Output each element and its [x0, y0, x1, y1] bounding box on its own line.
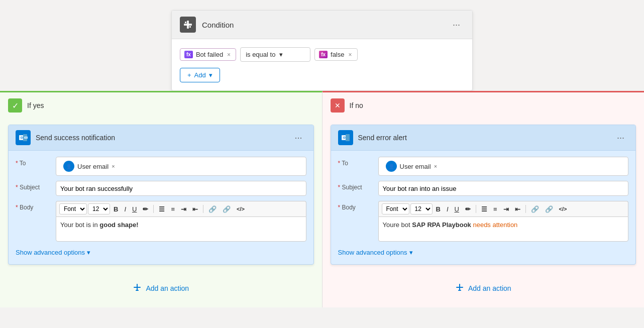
link-button-no[interactable]: 🔗 [528, 204, 542, 214]
send-error-more-button[interactable]: ··· [613, 131, 628, 145]
false-value-chip: fx false × [314, 48, 357, 61]
body-text-plain-yes: Your bot is in [60, 221, 99, 229]
add-action-button-yes[interactable]: Add an action [125, 279, 197, 297]
send-success-more-button[interactable]: ··· [290, 131, 306, 145]
bold-button-yes[interactable]: B [111, 204, 121, 214]
svg-rect-16 [458, 290, 461, 291]
toolbar-yes: Font 12 B I U ✏ ☰ ≡ ⇥ [56, 201, 306, 216]
code-button-yes[interactable]: </> [234, 205, 247, 213]
font-select-yes[interactable]: Font [59, 203, 87, 214]
add-action-icon-no [455, 283, 464, 293]
bold-button-no[interactable]: B [434, 204, 443, 214]
indent-button-no[interactable]: ⇥ [501, 204, 511, 214]
add-action-row-yes: Add an action [0, 271, 322, 307]
to-label-yes: * To [16, 157, 56, 167]
false-label: false [331, 51, 344, 58]
number-button-yes[interactable]: ≡ [168, 204, 177, 214]
condition-card: Condition ··· fx Bot failed × is equal t… [171, 10, 473, 91]
operator-dropdown[interactable]: is equal to ▾ [240, 47, 310, 62]
user-chip-no: 👤 User email × [383, 160, 441, 173]
body-text-bold-yes: good shape! [99, 221, 138, 229]
font-select-no[interactable]: Font [382, 203, 409, 214]
show-advanced-button-yes[interactable]: Show advanced options ▾ [16, 247, 90, 258]
svg-rect-2 [185, 22, 186, 23]
unlink-button-yes[interactable]: 🔗 [220, 204, 233, 214]
send-success-body: * To 👤 User email × [9, 151, 313, 264]
outlook-icon-no: O [338, 130, 353, 145]
bullet-button-no[interactable]: ☰ [479, 204, 490, 214]
to-label-no: * To [338, 157, 378, 167]
highlight-button-yes[interactable]: ✏ [140, 204, 151, 214]
user-chip-yes: 👤 User email × [60, 160, 118, 173]
unlink-button-no[interactable]: 🔗 [543, 204, 556, 214]
user-chip-close-no[interactable]: × [434, 163, 437, 169]
branch-no-header: ✕ If no [323, 92, 645, 119]
svg-rect-10 [136, 290, 139, 291]
outlook-icon-yes: O 📧 [16, 130, 31, 145]
divider2-yes [203, 205, 203, 213]
outdent-button-no[interactable]: ⇤ [512, 204, 523, 214]
user-chip-close-yes[interactable]: × [112, 163, 115, 169]
underline-button-no[interactable]: U [452, 204, 462, 214]
to-input-yes[interactable]: 👤 User email × [56, 157, 306, 176]
condition-title: Condition [202, 21, 449, 29]
body-field-row-no: * Body Font 12 B I U [338, 201, 629, 242]
italic-button-yes[interactable]: I [122, 204, 129, 214]
plus-icon: + [187, 71, 191, 79]
svg-rect-9 [134, 287, 141, 288]
condition-header: Condition ··· [172, 11, 472, 39]
divider1-no [476, 205, 476, 213]
send-error-body: * To 👤 User email × [331, 151, 636, 264]
body-label-no: * Body [338, 201, 378, 211]
branch-yes-header: ✓ If yes [0, 92, 322, 119]
toolbar-no: Font 12 B I U ✏ ☰ ≡ ⇥ [378, 201, 629, 216]
italic-button-no[interactable]: I [444, 204, 451, 214]
false-close-button[interactable]: × [348, 51, 353, 58]
svg-rect-12 [346, 134, 350, 141]
divider2-no [525, 205, 526, 213]
font-size-select-no[interactable]: 12 [410, 203, 433, 214]
link-button-yes[interactable]: 🔗 [206, 204, 219, 214]
add-action-label-no: Add an action [468, 284, 511, 292]
chevron-down-advanced-no: ▾ [409, 249, 413, 256]
body-text-bold-no: SAP RPA Playbook [412, 221, 471, 229]
show-advanced-button-no[interactable]: Show advanced options ▾ [338, 247, 413, 258]
subject-label-no: * Subject [338, 181, 378, 191]
subject-input-yes[interactable] [56, 181, 306, 196]
add-action-label-yes: Add an action [146, 284, 189, 292]
user-avatar-no: 👤 [386, 161, 397, 172]
svg-text:O: O [343, 136, 346, 139]
subject-label-yes: * Subject [16, 181, 56, 191]
yes-badge: ✓ [8, 98, 22, 113]
body-text-colored-no: needs attention [473, 221, 517, 229]
show-advanced-label-yes: Show advanced options [16, 249, 85, 256]
condition-row: fx Bot failed × is equal to ▾ fx false × [180, 47, 464, 62]
indent-button-yes[interactable]: ⇥ [178, 204, 189, 214]
outdent-button-yes[interactable]: ⇤ [190, 204, 200, 214]
underline-button-yes[interactable]: U [130, 204, 139, 214]
condition-body: fx Bot failed × is equal to ▾ fx false ×… [172, 39, 472, 90]
subject-input-no[interactable] [378, 181, 629, 196]
number-button-no[interactable]: ≡ [491, 204, 500, 214]
bot-failed-close-button[interactable]: × [226, 51, 232, 58]
send-success-card: O 📧 Send success notification ··· * To [8, 125, 314, 265]
svg-text:📧: 📧 [24, 136, 28, 140]
add-action-button-no[interactable]: Add an action [447, 279, 519, 297]
highlight-button-no[interactable]: ✏ [463, 204, 473, 214]
font-size-select-yes[interactable]: 12 [88, 203, 110, 214]
svg-rect-1 [187, 21, 189, 29]
svg-text:O: O [21, 136, 23, 139]
add-chevron-icon: ▾ [209, 71, 212, 79]
code-button-no[interactable]: </> [557, 205, 570, 213]
condition-more-button[interactable]: ··· [449, 18, 464, 32]
body-editor-no[interactable]: Youre bot SAP RPA Playbook needs attenti… [378, 216, 629, 242]
body-editor-yes[interactable]: Your bot is in good shape! [56, 216, 306, 242]
to-input-no[interactable]: 👤 User email × [378, 157, 629, 176]
send-error-header: O Send error alert ··· [331, 125, 636, 151]
bullet-button-yes[interactable]: ☰ [156, 204, 167, 214]
false-fx-icon: fx [319, 51, 328, 58]
branch-no-label: If no [350, 101, 363, 110]
add-action-row-no: Add an action [323, 271, 645, 307]
body-text-plain-no: Youre bot [383, 221, 412, 229]
add-button[interactable]: + Add ▾ [180, 68, 220, 82]
